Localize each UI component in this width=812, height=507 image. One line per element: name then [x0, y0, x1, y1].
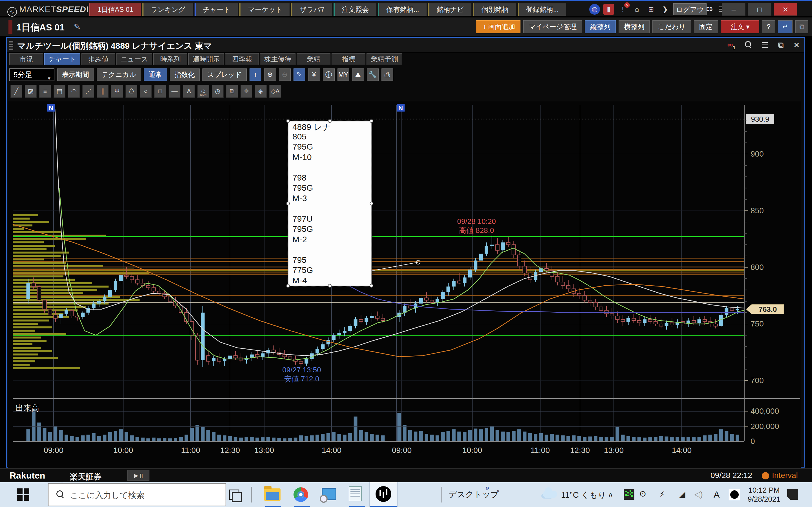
app-tab-登録銘柄...[interactable]: 登録銘柄... — [518, 3, 566, 16]
tray-capture-icon[interactable]: ʘ — [640, 490, 646, 499]
info-icon[interactable]: ⓘ — [323, 68, 335, 81]
yen-icon[interactable]: ¥ — [308, 68, 320, 81]
notification-center-icon[interactable] — [787, 489, 798, 500]
print-icon[interactable]: ⎙ — [382, 68, 393, 81]
workspace-button-＋画面追加[interactable]: ＋画面追加 — [476, 20, 520, 33]
crosshair-icon[interactable]: ＋ — [250, 68, 261, 81]
toolbar-button-スプレッド[interactable]: スプレッド — [202, 68, 247, 81]
desktop-toolbar-label[interactable]: デスクトップ — [449, 489, 499, 500]
task-view-button[interactable] — [229, 490, 239, 500]
hseg-icon[interactable]: — — [168, 85, 181, 98]
area-chart-icon[interactable]: ⛰ — [352, 68, 364, 81]
copy-icon[interactable]: ⧉ — [226, 85, 238, 98]
multitool-titlebar[interactable]: マルチツール(個別銘柄) 4889 レナサイエンス 東マ ∞1☰⧉✕ — [7, 38, 804, 53]
fibo-arcs-icon[interactable]: ◠ — [68, 85, 80, 98]
home-icon[interactable]: ⌂ — [631, 4, 642, 15]
tab-歩み値[interactable]: 歩み値 — [82, 53, 115, 65]
file-explorer-icon[interactable] — [264, 486, 281, 503]
clock-icon[interactable]: ◷ — [212, 85, 223, 98]
cascade-icon[interactable]: ⧉ — [778, 41, 784, 50]
ime-indicator[interactable]: A — [714, 490, 719, 500]
selection-handle[interactable] — [286, 202, 290, 205]
hlines-3-icon[interactable]: ≡ — [39, 85, 51, 98]
workspace-button-横整列[interactable]: 横整列 — [619, 20, 650, 33]
selection-handle[interactable] — [370, 119, 373, 123]
close-icon[interactable]: ✕ — [794, 41, 800, 50]
tab-株主優待[interactable]: 株主優待 — [260, 53, 296, 65]
selection-handle[interactable] — [370, 284, 373, 288]
menu-icon[interactable]: ☰ — [761, 41, 768, 50]
toolbar-button-表示期間[interactable]: 表示期間 — [57, 68, 94, 81]
maximize-button[interactable]: □ — [748, 3, 771, 16]
rect-icon[interactable]: □ — [154, 85, 166, 98]
marketspeed-taskbar-tile[interactable] — [369, 482, 398, 507]
logout-button[interactable]: ログアウト — [673, 3, 707, 15]
tab-業績予測[interactable]: 業績予測 — [366, 53, 402, 65]
zoom-in-icon[interactable]: ⊕ — [264, 68, 276, 81]
eraser-icon[interactable]: ◈ — [255, 85, 267, 98]
search-icon[interactable] — [745, 41, 752, 50]
market-pulse-red-icon[interactable]: ▮ — [603, 4, 614, 15]
tray-power-icon[interactable]: ⚡ — [659, 490, 665, 499]
eraser-all-icon[interactable]: ◇A — [269, 85, 281, 98]
toolbar-chevrons[interactable]: » — [486, 484, 489, 492]
selection-handle[interactable] — [328, 284, 332, 288]
note-annotation[interactable]: 4889 レナ805795GM-10798795GM-3797U795GM-27… — [288, 121, 371, 286]
collapse-icon[interactable]: ❯ — [660, 4, 670, 15]
my-chart-icon[interactable]: MY — [338, 68, 349, 81]
app-tab-チャート[interactable]: チャート — [195, 3, 238, 16]
tab-四季報[interactable]: 四季報 — [225, 53, 259, 65]
workspace-button-注文 ▾[interactable]: 注文 ▾ — [721, 20, 760, 33]
selection-handle[interactable] — [286, 284, 290, 288]
circle-icon[interactable]: ○ — [140, 85, 152, 98]
tab-市況[interactable]: 市況 — [9, 53, 43, 65]
selection-handle[interactable] — [370, 202, 373, 205]
toolbar-button-通常[interactable]: 通常 — [144, 68, 167, 81]
notepad-icon[interactable] — [349, 486, 366, 503]
app-tab-銘柄ナビ[interactable]: 銘柄ナビ — [428, 3, 471, 16]
tab-時系列[interactable]: 時系列 — [153, 53, 187, 65]
app-tab-個別銘柄[interactable]: 個別銘柄 — [473, 3, 516, 16]
tab-指標[interactable]: 指標 — [332, 53, 365, 65]
pencil-icon[interactable]: ✎ — [294, 68, 305, 81]
workspace-button-?[interactable]: ? — [762, 20, 775, 33]
tab-チャート[interactable]: チャート — [44, 53, 80, 65]
tab-業績[interactable]: 業績 — [297, 53, 331, 65]
hatched-line-icon[interactable]: ▨ — [25, 85, 37, 98]
app-tab-ザラバ7[interactable]: ザラバ7 — [291, 3, 332, 16]
edit-workspace-icon[interactable]: ✎ — [74, 22, 80, 31]
link-icon[interactable]: ∞1 — [727, 40, 735, 50]
pitchfork-icon[interactable]: Ψ — [111, 85, 123, 98]
pentagon-icon[interactable]: ⬠ — [125, 85, 137, 98]
workspace-button-縦整列[interactable]: 縦整列 — [585, 20, 616, 33]
hlines-4-icon[interactable]: ▤ — [54, 85, 65, 98]
zoom-out-icon[interactable]: ⊖ — [279, 68, 291, 81]
drag-grip-icon[interactable] — [9, 41, 13, 50]
tray-chart-icon[interactable] — [624, 489, 635, 500]
fan-lines-icon[interactable]: ⋰ — [82, 85, 94, 98]
tray-marketspeed-icon[interactable] — [729, 489, 740, 500]
text-icon[interactable]: A — [183, 85, 195, 98]
trendline-icon[interactable]: ╱ — [10, 85, 22, 98]
app-tab-ランキング[interactable]: ランキング — [142, 3, 193, 16]
tab-ニュース[interactable]: ニュース — [116, 53, 153, 65]
close-button[interactable]: ✕ — [774, 3, 797, 16]
stamp-icon[interactable]: ☺ICON — [197, 85, 209, 98]
snip-icon[interactable] — [322, 486, 339, 503]
tray-volume-icon[interactable]: ◁) — [694, 490, 703, 499]
app-tab-1日信AS 01[interactable]: 1日信AS 01 — [89, 3, 141, 16]
tray-network-icon[interactable]: ◢ — [679, 490, 686, 499]
minimize-button[interactable]: – — [722, 3, 746, 16]
toolbar-button-テクニカル[interactable]: テクニカル — [97, 68, 141, 81]
tray-expand-icon[interactable]: ∧ — [608, 490, 613, 499]
toolbar-button-指数化[interactable]: 指数化 — [170, 68, 200, 81]
workspace-button-⧉[interactable]: ⧉ — [795, 20, 808, 33]
interval-select[interactable]: 5分足▼ — [9, 68, 54, 81]
app-tab-注文照会[interactable]: 注文照会 — [334, 3, 376, 16]
vlines-icon[interactable]: ∥ — [97, 85, 109, 98]
panel-toggle-button[interactable]: ▶ ▯ — [128, 470, 149, 481]
price-chart[interactable]: 930.9900850800750700763.0400,000200,0000… — [8, 101, 801, 468]
start-button[interactable] — [17, 489, 29, 501]
workspace-button-固定[interactable]: 固定 — [694, 20, 718, 33]
app-tab-保有銘柄...[interactable]: 保有銘柄... — [378, 3, 426, 16]
